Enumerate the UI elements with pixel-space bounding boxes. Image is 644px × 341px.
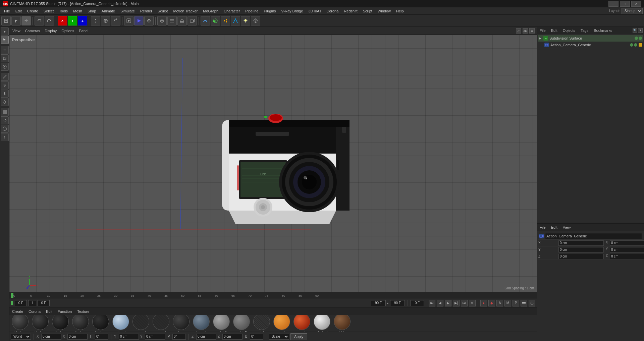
mat-tab-function[interactable]: Function bbox=[56, 309, 73, 314]
menu-render[interactable]: Render bbox=[138, 8, 155, 14]
selection-mode-btn[interactable] bbox=[11, 16, 21, 25]
obj-search-icon[interactable]: 🔍 bbox=[633, 28, 637, 33]
tool-scale[interactable] bbox=[1, 54, 9, 62]
vp-tab-display[interactable]: Display bbox=[44, 29, 58, 33]
material-item-mat5[interactable]: black_m bbox=[91, 315, 110, 332]
material-item-mat2[interactable]: black_m bbox=[31, 315, 50, 332]
obj-subdivision-surface[interactable]: ▶ Subdivision Surface bbox=[538, 35, 643, 42]
material-item-mat12[interactable]: metal_D bbox=[232, 315, 251, 332]
menu-create[interactable]: Create bbox=[24, 8, 41, 14]
apply-button[interactable]: Apply bbox=[290, 333, 307, 340]
attr-z-pos[interactable] bbox=[558, 254, 604, 259]
mograph-btn[interactable] bbox=[221, 16, 230, 25]
undo-btn[interactable] bbox=[35, 16, 44, 25]
attr-y-pos[interactable] bbox=[558, 247, 604, 252]
scale-tool-btn[interactable] bbox=[101, 16, 110, 25]
menu-plugins[interactable]: Plugins bbox=[261, 8, 278, 14]
floor-btn[interactable] bbox=[177, 16, 187, 25]
start-frame-input[interactable] bbox=[15, 300, 27, 306]
x-axis-btn[interactable]: X bbox=[58, 16, 67, 25]
material-item-mat6[interactable]: glass_f bbox=[111, 315, 130, 332]
tool-hex[interactable] bbox=[1, 125, 9, 133]
material-item-mat10[interactable]: lens_gl bbox=[192, 315, 211, 332]
menu-sculpt[interactable]: Sculpt bbox=[155, 8, 171, 14]
vp-icon-expand[interactable]: ⤢ bbox=[516, 28, 521, 34]
render-settings-btn[interactable] bbox=[144, 16, 154, 25]
menu-file[interactable]: File bbox=[1, 8, 13, 14]
menu-redshift[interactable]: Redshift bbox=[341, 8, 360, 14]
snap-btn[interactable] bbox=[157, 16, 167, 25]
menu-script[interactable]: Script bbox=[360, 8, 375, 14]
end-frame-input[interactable] bbox=[371, 300, 386, 306]
move-tool-btn[interactable] bbox=[91, 16, 100, 25]
param-btn[interactable]: P bbox=[513, 300, 519, 306]
frame-display[interactable] bbox=[38, 300, 50, 306]
tool-0[interactable]: ▶ bbox=[1, 27, 9, 36]
vp-tab-cameras[interactable]: Cameras bbox=[24, 29, 41, 33]
material-item-mat1[interactable]: black_m bbox=[11, 315, 30, 332]
y-pos-input[interactable] bbox=[119, 334, 139, 340]
p-rot-input[interactable] bbox=[172, 334, 186, 340]
material-item-mat14[interactable]: org_gla bbox=[272, 315, 291, 332]
obj-filter-icon[interactable]: ▼ bbox=[638, 28, 643, 33]
z-scale-input[interactable] bbox=[222, 334, 243, 340]
key-btn[interactable]: ◆ bbox=[488, 300, 495, 306]
attr-tab-edit[interactable]: Edit bbox=[550, 225, 559, 230]
auto-key-btn[interactable]: A bbox=[496, 300, 503, 306]
generator-btn[interactable]: G bbox=[211, 16, 220, 25]
mat-tab-create[interactable]: Create bbox=[11, 309, 24, 314]
tool-brush[interactable] bbox=[1, 98, 9, 106]
timeline-playhead[interactable] bbox=[11, 293, 13, 298]
menu-mesh[interactable]: Mesh bbox=[70, 8, 85, 14]
attr-x-size[interactable] bbox=[610, 240, 644, 246]
go-to-end-btn[interactable]: ⏭ bbox=[461, 300, 468, 306]
material-item-mat4[interactable]: black_m bbox=[71, 315, 90, 332]
menu-help[interactable]: Help bbox=[393, 8, 407, 14]
motion-clip-btn[interactable]: M bbox=[504, 300, 511, 306]
material-item-mat16[interactable]: plastic_t bbox=[313, 315, 331, 332]
menu-select[interactable]: Select bbox=[41, 8, 57, 14]
b-rot-input[interactable] bbox=[250, 334, 263, 340]
vp-icon-3d[interactable]: 3D bbox=[523, 28, 528, 34]
snap-settings-btn[interactable] bbox=[167, 16, 177, 25]
play-forward-btn[interactable]: ▶ bbox=[445, 300, 451, 306]
viewport[interactable]: Perspective Grid Spacing : 1 cm X Y Z bbox=[9, 35, 537, 292]
obj-tab-tags[interactable]: Tags bbox=[579, 28, 590, 33]
menu-window[interactable]: Window bbox=[375, 8, 393, 14]
material-item-mat13[interactable]: metal_c bbox=[252, 315, 271, 332]
vp-tab-panel[interactable]: Panel bbox=[78, 29, 89, 33]
playback-start[interactable] bbox=[411, 300, 424, 306]
material-item-mat15[interactable]: org_gla bbox=[292, 315, 311, 332]
y-scale-input[interactable] bbox=[145, 334, 165, 340]
close-button[interactable]: ✕ bbox=[631, 1, 641, 7]
attr-x-pos[interactable] bbox=[558, 240, 604, 246]
move-mode-btn[interactable]: ✛ bbox=[21, 16, 31, 25]
menu-pipeline[interactable]: Pipeline bbox=[243, 8, 261, 14]
effector-btn[interactable] bbox=[231, 16, 240, 25]
menu-snap[interactable]: Snap bbox=[85, 8, 99, 14]
tool-line[interactable] bbox=[1, 73, 9, 81]
tool-select[interactable] bbox=[1, 36, 9, 44]
menu-simulate[interactable]: Simulate bbox=[118, 8, 138, 14]
x-pos-input[interactable] bbox=[41, 334, 61, 340]
obj-tab-edit[interactable]: Edit bbox=[550, 28, 559, 33]
x-scale-input[interactable] bbox=[67, 334, 88, 340]
target-btn[interactable] bbox=[251, 16, 260, 25]
material-item-mat8[interactable]: grey_pl bbox=[152, 315, 170, 332]
attr-name-input[interactable] bbox=[545, 233, 642, 239]
go-to-start-btn[interactable]: ⏮ bbox=[429, 300, 435, 306]
camera-btn[interactable] bbox=[187, 16, 197, 25]
loop-btn[interactable]: ↺ bbox=[469, 300, 476, 306]
h-rot-input[interactable] bbox=[95, 334, 108, 340]
tool-diamond[interactable] bbox=[1, 116, 9, 124]
tool-spline[interactable]: S bbox=[1, 81, 9, 89]
material-item-mat9[interactable]: lens bbox=[172, 315, 191, 332]
obj-material-tag[interactable] bbox=[639, 43, 642, 47]
model-mode-btn[interactable] bbox=[1, 16, 11, 25]
material-item-mat17[interactable]: table bbox=[333, 315, 352, 332]
menu-vray[interactable]: V-Ray Bridge bbox=[279, 8, 306, 14]
light-btn[interactable] bbox=[241, 16, 250, 25]
window-controls[interactable]: ─ □ ✕ bbox=[608, 1, 641, 7]
attr-z-size[interactable] bbox=[610, 254, 644, 259]
menu-character[interactable]: Character bbox=[221, 8, 243, 14]
